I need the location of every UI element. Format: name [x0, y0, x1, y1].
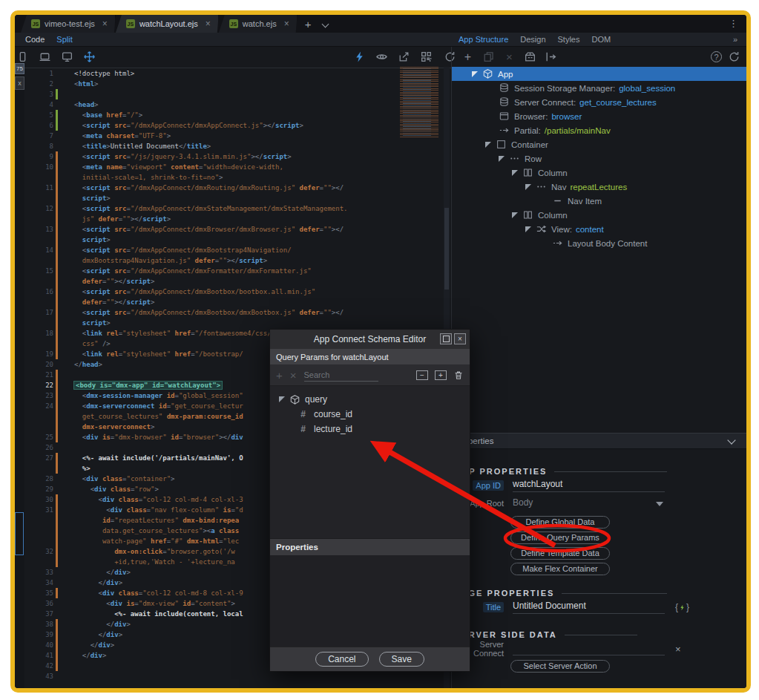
close-tab-icon[interactable]: ×: [206, 19, 211, 28]
cancel-button[interactable]: Cancel: [315, 652, 368, 667]
tree-item-container[interactable]: Container: [452, 137, 746, 151]
change-marker: [56, 287, 58, 297]
expander-icon[interactable]: [279, 396, 289, 402]
define-template-data-button[interactable]: Define Template Data: [510, 547, 610, 560]
code-minimap[interactable]: [398, 67, 443, 137]
dialog-close-icon[interactable]: ×: [454, 333, 466, 344]
file-tab[interactable]: JSvimeo-test.ejs×: [21, 15, 116, 33]
page-title-input[interactable]: Untitled Document: [513, 601, 665, 614]
expander-icon[interactable]: [499, 156, 509, 162]
tree-item-view[interactable]: View:content: [452, 222, 746, 236]
file-tab-bar: JSvimeo-test.ejs×JSwatchLayout.ejs×JSwat…: [15, 15, 746, 33]
desktop-preview-icon[interactable]: [61, 50, 73, 63]
open-in-browser-icon[interactable]: [398, 50, 410, 63]
tree-item-browser[interactable]: Browser:browser: [452, 109, 746, 123]
expander-icon[interactable]: [512, 170, 522, 176]
collapse-properties-chevron-icon[interactable]: [727, 436, 735, 444]
mode-tab-code[interactable]: Code: [25, 35, 45, 44]
panel-tab-dom[interactable]: DOM: [591, 35, 611, 44]
app-id-input[interactable]: watchLayout: [513, 479, 665, 492]
tree-item-session-storage-manager[interactable]: Session Storage Manager:global_session: [452, 81, 746, 95]
expander-icon[interactable]: [525, 226, 536, 232]
laptop-preview-icon[interactable]: [39, 50, 51, 63]
tree-item-layout-body-content[interactable]: Layout Body Content: [452, 236, 746, 250]
window-menu-icon[interactable]: ⋮: [729, 18, 739, 29]
tree-item-nav-item[interactable]: Nav Item: [452, 194, 746, 208]
tree-item-label: Container: [511, 140, 548, 149]
line-number: 7: [24, 131, 53, 141]
schema-item-course_id[interactable]: #course_id: [270, 407, 470, 422]
add-element-icon[interactable]: +: [461, 50, 474, 63]
schema-search-input[interactable]: [304, 369, 378, 382]
tab-list-chevron-icon[interactable]: [322, 20, 329, 27]
app-connect-bolt-icon[interactable]: [353, 50, 366, 63]
close-tab-icon[interactable]: ×: [102, 19, 108, 28]
help-icon[interactable]: ?: [711, 51, 722, 62]
expander-icon[interactable]: [525, 184, 536, 190]
app-root-select[interactable]: Body: [513, 497, 665, 510]
code-text: </div>: [74, 640, 114, 650]
tree-item-nav[interactable]: NavrepeatLectures: [452, 180, 746, 194]
marker-slot: [56, 442, 58, 453]
delete-element-icon[interactable]: ×: [503, 50, 516, 63]
duplicate-element-icon[interactable]: [482, 50, 495, 63]
expander-icon[interactable]: [472, 71, 482, 77]
change-marker: [56, 266, 58, 276]
line-number: 14: [24, 245, 53, 255]
define-global-data-button[interactable]: Define Global Data: [510, 516, 610, 529]
expand-all-icon[interactable]: +: [435, 370, 447, 380]
file-tab[interactable]: JSwatchLayout.ejs×: [116, 15, 219, 33]
code-text: <%- await include('/partials/mainNav', O: [74, 453, 243, 463]
change-marker: [56, 338, 58, 349]
tree-item-server-connect[interactable]: Server Connect:get_course_lectures: [452, 95, 746, 109]
panel-tabs-more[interactable]: »: [733, 35, 737, 44]
tree-item-app[interactable]: App: [452, 67, 746, 81]
tree-item-partial[interactable]: Partial:/partials/mainNav: [452, 123, 746, 137]
server-connect-input[interactable]: [513, 642, 665, 655]
move-tool-icon[interactable]: [83, 50, 96, 63]
schema-add-icon[interactable]: +: [276, 370, 283, 381]
code-text: </div>: [74, 650, 106, 661]
expander-icon[interactable]: [485, 142, 496, 148]
define-query-params-button[interactable]: Define Query Params: [510, 531, 610, 544]
schema-item-query[interactable]: query: [270, 392, 470, 407]
tree-item-column[interactable]: Column: [452, 166, 746, 180]
tree-item-label: Partial:: [514, 126, 541, 135]
panel-tab-design[interactable]: Design: [520, 35, 545, 44]
dynamic-title-binding[interactable]: {}: [675, 602, 689, 612]
code-line: 43: [24, 671, 451, 681]
nav-icon: [536, 181, 547, 192]
dialog-title-bar[interactable]: App Connect Schema Editor ×: [270, 330, 470, 349]
select-server-action-button[interactable]: Select Server Action: [510, 660, 610, 673]
tree-item-row[interactable]: Row: [452, 151, 746, 166]
properties-panel-header[interactable]: Properties: [452, 433, 746, 449]
schema-item-lecture_id[interactable]: #lecture_id: [270, 422, 470, 436]
panel-tab-app-structure[interactable]: App Structure: [459, 35, 508, 44]
schema-remove-icon[interactable]: ×: [290, 370, 297, 381]
marker-slot: [56, 609, 58, 619]
move-into-icon[interactable]: [545, 50, 557, 63]
clear-server-connect-icon[interactable]: ×: [675, 644, 681, 655]
rail-close-badge[interactable]: x: [15, 76, 24, 90]
preview-eye-icon[interactable]: [375, 50, 388, 63]
panel-tab-styles[interactable]: Styles: [558, 35, 580, 44]
expander-icon[interactable]: [512, 212, 522, 218]
refresh-structure-icon[interactable]: [728, 50, 740, 63]
save-button[interactable]: Save: [379, 652, 424, 667]
refresh-preview-icon[interactable]: [444, 50, 456, 63]
phone-preview-icon[interactable]: [16, 50, 29, 63]
tree-item-column[interactable]: Column: [452, 208, 746, 222]
close-tab-icon[interactable]: ×: [284, 19, 289, 28]
trash-icon[interactable]: [453, 370, 464, 381]
schema-properties-empty: [270, 555, 470, 647]
components-icon[interactable]: [524, 50, 536, 63]
mode-tab-split[interactable]: Split: [56, 35, 72, 44]
js-file-icon: JS: [229, 19, 238, 28]
file-tab[interactable]: JSwatch.ejs×: [219, 15, 298, 33]
dialog-maximize-icon[interactable]: [440, 333, 452, 344]
qr-code-icon[interactable]: [420, 50, 433, 63]
collapse-all-icon[interactable]: −: [416, 370, 428, 380]
make-flex-container-button[interactable]: Make Flex Container: [510, 563, 610, 575]
schema-tree[interactable]: query#course_id#lecture_id: [270, 386, 470, 538]
new-tab-button[interactable]: +: [305, 15, 312, 33]
